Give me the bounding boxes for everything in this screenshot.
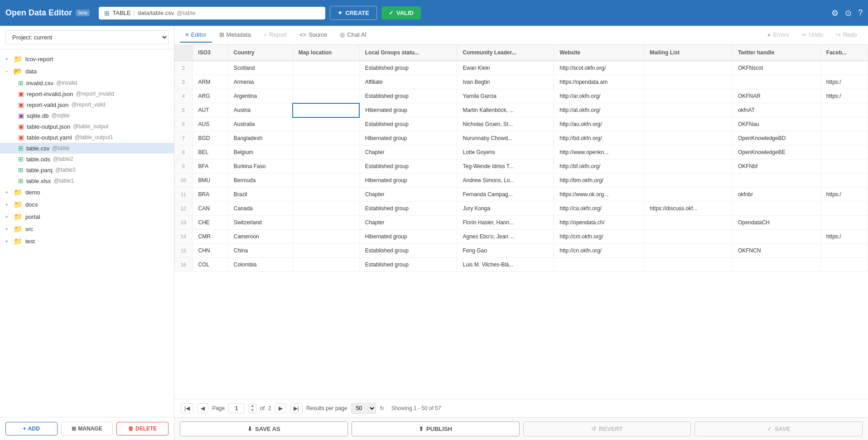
- table-cell[interactable]: COL: [193, 258, 228, 272]
- table-cell[interactable]: Switzerland: [228, 216, 293, 230]
- table-cell[interactable]: OKFNbf: [732, 160, 820, 174]
- add-button[interactable]: + ADD: [5, 422, 58, 435]
- table-cell[interactable]: BFA: [193, 160, 228, 174]
- table-cell[interactable]: [732, 258, 820, 272]
- table-cell[interactable]: ARM: [193, 75, 228, 89]
- sidebar-item-invalid-csv[interactable]: ⊞ invalid.csv @invalid: [0, 77, 174, 88]
- table-cell[interactable]: https://discuss.okf...: [644, 202, 733, 216]
- table-cell[interactable]: Established group: [359, 258, 457, 272]
- table-cell[interactable]: [644, 244, 733, 258]
- table-cell[interactable]: Chapter: [359, 216, 457, 230]
- table-cell[interactable]: https:/: [820, 188, 868, 202]
- table-cell[interactable]: http://opendata.ch/: [554, 216, 644, 230]
- table-cell[interactable]: [554, 258, 644, 272]
- table-cell[interactable]: [644, 174, 733, 188]
- col-header-localgroups[interactable]: Local Groups statu...: [359, 45, 457, 61]
- table-cell[interactable]: OpenKnowledgeBD: [732, 131, 820, 145]
- save-as-button[interactable]: ⬇ SAVE AS: [180, 421, 348, 436]
- table-cell[interactable]: [820, 244, 868, 258]
- create-button[interactable]: ✦ CREATE: [330, 6, 376, 20]
- table-cell[interactable]: Established group: [359, 61, 457, 75]
- valid-button[interactable]: ✓ VALID: [381, 6, 421, 19]
- table-cell[interactable]: [644, 258, 733, 272]
- sidebar-item-docs[interactable]: + 📁 docs: [0, 198, 174, 211]
- table-cell[interactable]: Andrew Simons, Lo...: [457, 174, 554, 188]
- sidebar-item-report-invalid-json[interactable]: ▣ report-invalid.json @report_invalid: [0, 88, 174, 99]
- table-cell[interactable]: OKFNau: [732, 117, 820, 131]
- table-cell[interactable]: [644, 145, 733, 160]
- table-cell[interactable]: OpendataCH: [732, 216, 820, 230]
- next-page-btn[interactable]: ▶: [275, 403, 286, 413]
- sidebar-item-demo[interactable]: + 📁 demo: [0, 186, 174, 198]
- table-cell[interactable]: https:/: [820, 230, 868, 244]
- sidebar-item-src[interactable]: + 📁 src: [0, 223, 174, 235]
- table-cell[interactable]: okfnbr: [732, 188, 820, 202]
- table-cell[interactable]: [644, 117, 733, 131]
- table-cell[interactable]: BRA: [193, 188, 228, 202]
- table-cell[interactable]: [644, 230, 733, 244]
- table-cell[interactable]: Hibernated group: [359, 131, 457, 145]
- sidebar-item-table-csv[interactable]: ⊞ table.csv @table: [0, 143, 174, 154]
- sidebar-item-table-parq[interactable]: ⊞ table.parq @table3: [0, 164, 174, 175]
- table-cell[interactable]: Colombia: [228, 258, 293, 272]
- table-cell[interactable]: OpenKnowledgeBE: [732, 145, 820, 160]
- table-cell[interactable]: Luis M. Vilches-Blá...: [457, 258, 554, 272]
- table-cell[interactable]: Scotland: [228, 61, 293, 75]
- table-cell[interactable]: [644, 216, 733, 230]
- table-cell[interactable]: Established group: [359, 244, 457, 258]
- table-cell[interactable]: [732, 75, 820, 89]
- table-cell[interactable]: AUT: [193, 103, 228, 117]
- table-cell[interactable]: BGD: [193, 131, 228, 145]
- stepper-down[interactable]: ▼: [249, 408, 256, 413]
- table-cell[interactable]: Hibernated group: [359, 230, 457, 244]
- table-cell[interactable]: http://scot.okfn.org/: [554, 61, 644, 75]
- table-cell[interactable]: Jury Konga: [457, 202, 554, 216]
- github-icon[interactable]: ⊙: [845, 8, 852, 18]
- table-cell[interactable]: Florin Hasler, Hann...: [457, 216, 554, 230]
- table-cell[interactable]: http://cn.okfn.org/: [554, 244, 644, 258]
- tab-editor[interactable]: ≡ Editor: [180, 28, 212, 43]
- table-cell[interactable]: Ewan Klein: [457, 61, 554, 75]
- table-cell[interactable]: Belgium: [228, 145, 293, 160]
- table-cell[interactable]: Hibernated group: [359, 103, 457, 117]
- table-cell[interactable]: http://cm.okfn.org/: [554, 230, 644, 244]
- tab-source[interactable]: <> Source: [294, 28, 333, 43]
- table-cell[interactable]: [644, 61, 733, 75]
- table-cell[interactable]: [293, 202, 359, 216]
- table-cell[interactable]: [193, 61, 228, 75]
- tab-metadata[interactable]: ⊞ Metadata: [214, 28, 256, 43]
- file-tab[interactable]: ⊞ TABLE | data/table.csv @table: [99, 7, 325, 19]
- settings-icon[interactable]: ⚙: [831, 8, 839, 18]
- refresh-icon[interactable]: ↻: [380, 405, 384, 411]
- col-header-twitter[interactable]: Twitter handle: [732, 45, 820, 61]
- table-cell[interactable]: Agnes Ebo'o, Jean ...: [457, 230, 554, 244]
- table-cell[interactable]: Fernanda Campag...: [457, 188, 554, 202]
- col-header-iso3[interactable]: ISO3: [193, 45, 228, 61]
- table-cell[interactable]: https://opendata.am: [554, 75, 644, 89]
- table-cell[interactable]: https:/: [820, 75, 868, 89]
- tab-chat-ai[interactable]: ◎ Chat AI: [334, 28, 372, 43]
- manage-button[interactable]: ⊞ MANAGE: [61, 422, 113, 435]
- table-cell[interactable]: [820, 131, 868, 145]
- table-cell[interactable]: [644, 89, 733, 103]
- table-cell[interactable]: Established group: [359, 202, 457, 216]
- table-cell[interactable]: http://ca.okfn.org/: [554, 202, 644, 216]
- table-cell[interactable]: Canada: [228, 202, 293, 216]
- table-cell[interactable]: Feng Gao: [457, 244, 554, 258]
- sidebar-item-test[interactable]: + 📁 test: [0, 235, 174, 247]
- table-cell[interactable]: Established group: [359, 89, 457, 103]
- publish-button[interactable]: ⬆ PUBLISH: [352, 421, 520, 436]
- table-cell[interactable]: [820, 174, 868, 188]
- table-cell[interactable]: [820, 61, 868, 75]
- table-cell[interactable]: Argentina: [228, 89, 293, 103]
- col-header-country[interactable]: Country: [228, 45, 293, 61]
- table-cell[interactable]: BMU: [193, 174, 228, 188]
- table-cell[interactable]: http://bf.okfn.org/: [554, 160, 644, 174]
- col-header-facebook[interactable]: Faceb...: [820, 45, 868, 61]
- table-cell[interactable]: [293, 258, 359, 272]
- table-cell[interactable]: Lotte Goyens: [457, 145, 554, 160]
- results-per-page-select[interactable]: 50 100 25: [351, 403, 376, 414]
- table-cell[interactable]: Yamila Garcia: [457, 89, 554, 103]
- table-cell[interactable]: https:/: [820, 89, 868, 103]
- table-cell[interactable]: OKFNscot: [732, 61, 820, 75]
